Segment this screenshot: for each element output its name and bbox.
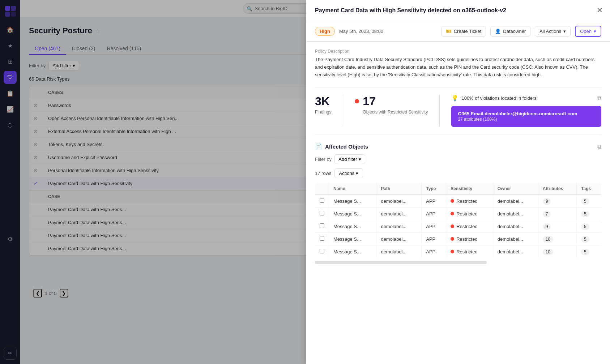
ticket-icon: 🎫 (446, 29, 452, 34)
modal-header: Payment Card Data with High Sensitivity … (306, 0, 610, 21)
policy-text: The Payment Card Industry Data Security … (315, 56, 601, 78)
attr-badge: 10 (543, 236, 553, 243)
ao-row-owner: demolabel... (493, 220, 538, 233)
ao-table-row[interactable]: Message S... demolabel... APP Restricted… (315, 195, 601, 207)
ao-row-checkbox[interactable] (315, 245, 329, 258)
sensitivity-label: Restricted (456, 249, 478, 254)
ao-filter-label: Filter by (315, 157, 332, 162)
affected-external-link-icon[interactable]: ⧉ (597, 144, 601, 150)
sensitivity-dot (451, 212, 454, 215)
violations-title: 100% of violations located in folders: (461, 95, 538, 101)
ao-row-sensitivity: Restricted (446, 233, 493, 245)
violations-bar[interactable]: O365 Email.demolabeler@bigidcom.onmicros… (451, 106, 601, 127)
create-ticket-button[interactable]: 🎫 Create Ticket (441, 26, 486, 37)
attr-badge: 7 (543, 211, 551, 217)
objects-value: 17 (363, 95, 428, 108)
ao-row-owner: demolabel... (493, 233, 538, 245)
severity-badge: High (315, 27, 335, 36)
ao-col-checkbox (315, 183, 329, 195)
horizontal-scrollbar[interactable] (315, 261, 487, 264)
ao-row-attributes: 9 (538, 220, 576, 233)
ao-row-owner: demolabel... (493, 195, 538, 207)
ao-row-tags: 5 (577, 220, 601, 233)
row-checkbox-4[interactable] (320, 236, 324, 241)
ao-row-tags: 5 (577, 245, 601, 258)
all-actions-button[interactable]: All Actions ▾ (535, 26, 571, 37)
status-dropdown[interactable]: Open ▾ (575, 26, 601, 37)
ao-row-path: demolabel... (376, 195, 422, 207)
ao-col-tags: Tags (577, 183, 601, 195)
dataowner-button[interactable]: 👤 Dataowner (490, 26, 530, 37)
external-link-icon[interactable]: ⧉ (597, 95, 601, 102)
modal-date: May 5th, 2023, 08:00 (339, 29, 383, 34)
violations-header: 💡 100% of violations located in folders:… (451, 95, 601, 102)
ao-row-path: demolabel... (376, 245, 422, 258)
modal-toolbar: High May 5th, 2023, 08:00 🎫 Create Ticke… (306, 21, 610, 42)
ao-row-type: APP (422, 195, 446, 207)
ao-add-filter-button[interactable]: Add filter ▾ (334, 154, 365, 164)
ao-col-sensitivity: Sensitivity (446, 183, 493, 195)
ao-row-type: APP (422, 220, 446, 233)
ao-row-owner: demolabel... (493, 207, 538, 220)
ao-row-sensitivity: Restricted (446, 220, 493, 233)
findings-value: 3K (315, 95, 331, 108)
ao-row-attributes: 9 (538, 195, 576, 207)
tag-badge: 5 (581, 223, 589, 230)
row-checkbox-3[interactable] (320, 223, 324, 228)
affected-objects-title: Affected Objects (325, 144, 368, 150)
policy-label: Policy Description (315, 49, 601, 54)
objects-block: 17 Objects with Restricted Sensitivity (363, 95, 428, 115)
ao-row-attributes: 7 (538, 207, 576, 220)
row-checkbox-1[interactable] (320, 198, 324, 203)
violations-attrs: 27 attributes (100%) (458, 117, 497, 122)
ao-table-row[interactable]: Message S... demolabel... APP Restricted… (315, 207, 601, 220)
ao-row-checkbox[interactable] (315, 207, 329, 220)
chevron-down-icon: ▾ (563, 29, 566, 34)
ao-row-checkbox[interactable] (315, 233, 329, 245)
affected-objects-table: Name Path Type Sensitivity Owner Attribu… (315, 183, 601, 258)
ao-chevron-down-icon: ▾ (356, 171, 358, 176)
ao-row-checkbox[interactable] (315, 220, 329, 233)
modal-close-button[interactable]: ✕ (597, 6, 603, 14)
ao-col-name: Name (329, 183, 376, 195)
tag-badge: 5 (581, 198, 589, 205)
ao-row-tags: 5 (577, 233, 601, 245)
objects-stat: 17 Objects with Restricted Sensitivity (355, 95, 428, 115)
ao-col-owner: Owner (493, 183, 538, 195)
sensitivity-dot (451, 199, 454, 203)
ao-actions-row: 17 rows Actions ▾ (315, 168, 601, 178)
attr-badge: 9 (543, 223, 551, 230)
row-checkbox-5[interactable] (320, 249, 324, 253)
ao-actions-label: Actions (339, 171, 355, 176)
row-checkbox-2[interactable] (320, 211, 324, 215)
ao-actions-button[interactable]: Actions ▾ (334, 168, 363, 178)
sensitivity-label: Restricted (456, 224, 478, 229)
status-label: Open (580, 29, 592, 34)
ao-row-name: Message S... (329, 245, 376, 258)
ao-table-row[interactable]: Message S... demolabel... APP Restricted… (315, 220, 601, 233)
violations-email: O365 Email.demolabeler@bigidcom.onmicros… (458, 111, 595, 116)
ao-row-sensitivity: Restricted (446, 245, 493, 258)
ao-table-row[interactable]: Message S... demolabel... APP Restricted… (315, 245, 601, 258)
findings-label: Findings (315, 110, 331, 115)
ao-row-path: demolabel... (376, 233, 422, 245)
restricted-dot (355, 99, 359, 103)
ao-row-tags: 5 (577, 195, 601, 207)
chevron-down-icon: ▾ (594, 29, 596, 34)
sensitivity-label: Restricted (456, 211, 478, 217)
sensitivity-dot (451, 224, 454, 228)
stat-divider-2 (439, 95, 440, 127)
ao-table-row[interactable]: Message S... demolabel... APP Restricted… (315, 233, 601, 245)
stats-row: 3K Findings 17 Objects with Restricted S… (315, 87, 601, 134)
ao-row-attributes: 10 (538, 245, 576, 258)
tag-badge: 5 (581, 236, 589, 243)
ao-row-sensitivity: Restricted (446, 195, 493, 207)
ao-row-tags: 5 (577, 207, 601, 220)
ao-row-type: APP (422, 207, 446, 220)
modal-panel: Payment Card Data with High Sensitivity … (306, 0, 610, 364)
findings-stat: 3K Findings (315, 95, 331, 115)
ao-row-name: Message S... (329, 207, 376, 220)
modal-title: Payment Card Data with High Sensitivity … (315, 7, 601, 14)
ao-row-checkbox[interactable] (315, 195, 329, 207)
tag-badge: 5 (581, 211, 589, 217)
